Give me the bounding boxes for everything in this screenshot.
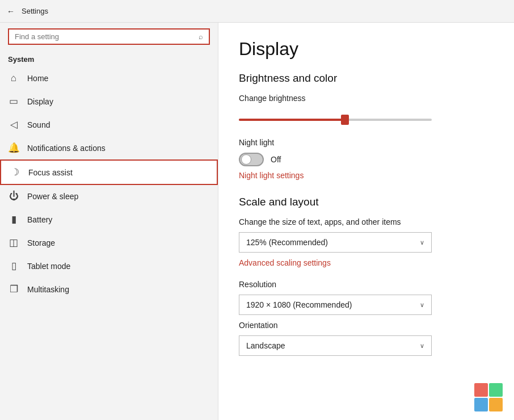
resolution-label: Resolution xyxy=(239,280,494,289)
toggle-state-label: Off xyxy=(271,155,281,164)
sidebar-item-multitasking[interactable]: ❐Multitasking xyxy=(0,278,218,301)
search-container: ⌕ xyxy=(0,23,218,51)
night-light-settings-link[interactable]: Night light settings xyxy=(239,171,304,180)
orientation-dropdown[interactable]: Landscape ∨ xyxy=(239,335,432,356)
sidebar-item-label-storage: Storage xyxy=(27,238,55,247)
sidebar-item-label-notifications: Notifications & actions xyxy=(27,144,106,153)
page-title: Display xyxy=(239,39,494,60)
night-light-label: Night light xyxy=(239,138,494,147)
sidebar-item-label-display: Display xyxy=(27,97,53,106)
orientation-dropdown-value: Landscape xyxy=(246,341,285,350)
orientation-label: Orientation xyxy=(239,321,494,330)
toggle-knob xyxy=(241,154,251,165)
system-section-title: System xyxy=(0,51,218,67)
sidebar-item-tablet-mode[interactable]: ▯Tablet mode xyxy=(0,254,218,278)
night-light-section: Night light Off Night light settings xyxy=(239,138,494,192)
night-light-toggle-row: Off xyxy=(239,153,494,166)
search-input[interactable] xyxy=(15,32,199,41)
size-dropdown-arrow: ∨ xyxy=(420,239,424,246)
content-area: Display Brightness and color Change brig… xyxy=(218,23,514,420)
slider-fill xyxy=(239,119,345,121)
power-sleep-icon: ⏻ xyxy=(8,191,19,202)
brightness-section-title: Brightness and color xyxy=(239,72,494,85)
sidebar-item-label-focus-assist: Focus assist xyxy=(28,168,73,177)
sidebar-item-sound[interactable]: ◁Sound xyxy=(0,113,218,136)
sidebar-item-label-power-sleep: Power & sleep xyxy=(27,192,78,201)
sidebar-item-label-tablet-mode: Tablet mode xyxy=(27,262,70,271)
sidebar-item-label-home: Home xyxy=(27,74,48,83)
back-button[interactable]: ← xyxy=(7,7,15,16)
sound-icon: ◁ xyxy=(8,119,19,131)
advanced-scaling-link[interactable]: Advanced scaling settings xyxy=(239,258,331,267)
resolution-dropdown-value: 1920 × 1080 (Recommended) xyxy=(246,300,352,309)
display-icon: ▭ xyxy=(8,95,19,107)
sidebar-item-storage[interactable]: ◫Storage xyxy=(0,231,218,254)
size-dropdown-value: 125% (Recommended) xyxy=(246,238,328,247)
brightness-slider-container xyxy=(239,108,432,138)
battery-icon: ▮ xyxy=(8,213,19,225)
brightness-label: Change brightness xyxy=(239,94,494,103)
notifications-icon: 🔔 xyxy=(8,142,19,154)
focus-assist-icon: ☽ xyxy=(9,166,20,178)
size-label: Change the size of text, apps, and other… xyxy=(239,217,494,226)
main-layout: ⌕ System ⌂Home▭Display◁Sound🔔Notificatio… xyxy=(0,23,514,420)
search-box[interactable]: ⌕ xyxy=(8,28,210,45)
slider-thumb[interactable] xyxy=(341,115,349,125)
home-icon: ⌂ xyxy=(8,73,19,84)
sidebar-item-battery[interactable]: ▮Battery xyxy=(0,208,218,231)
sidebar-item-label-multitasking: Multitasking xyxy=(27,285,69,294)
sidebar-item-display[interactable]: ▭Display xyxy=(0,90,218,113)
nav-list: ⌂Home▭Display◁Sound🔔Notifications & acti… xyxy=(0,67,218,301)
storage-icon: ◫ xyxy=(8,237,19,249)
search-icon: ⌕ xyxy=(199,32,203,41)
sidebar-item-label-sound: Sound xyxy=(27,120,50,129)
sidebar-item-label-battery: Battery xyxy=(27,215,52,224)
sidebar-item-focus-assist[interactable]: ☽Focus assist xyxy=(0,159,218,185)
night-light-toggle[interactable] xyxy=(239,153,264,166)
resolution-dropdown[interactable]: 1920 × 1080 (Recommended) ∨ xyxy=(239,295,432,315)
resolution-dropdown-arrow: ∨ xyxy=(420,301,424,309)
title-bar: ← Settings xyxy=(0,0,514,23)
slider-track[interactable] xyxy=(239,119,432,121)
size-dropdown[interactable]: 125% (Recommended) ∨ xyxy=(239,232,432,253)
sidebar-item-notifications[interactable]: 🔔Notifications & actions xyxy=(0,136,218,159)
multitasking-icon: ❐ xyxy=(8,283,19,295)
title-bar-title: Settings xyxy=(22,7,48,15)
tablet-mode-icon: ▯ xyxy=(8,260,19,272)
scale-layout-title: Scale and layout xyxy=(239,196,494,208)
sidebar: ⌕ System ⌂Home▭Display◁Sound🔔Notificatio… xyxy=(0,23,218,420)
orientation-dropdown-arrow: ∨ xyxy=(420,342,424,350)
sidebar-item-home[interactable]: ⌂Home xyxy=(0,67,218,90)
sidebar-item-power-sleep[interactable]: ⏻Power & sleep xyxy=(0,185,218,208)
